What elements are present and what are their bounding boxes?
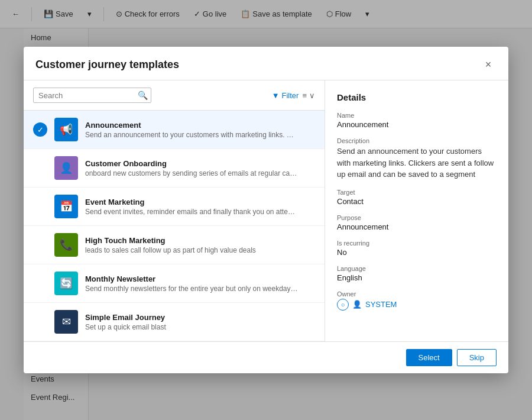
detail-name-value: Announcement (337, 120, 497, 129)
detail-recurring-label: Is recurring (337, 240, 497, 247)
select-button[interactable]: Select (406, 349, 452, 366)
template-name-monthly-newsletter: Monthly Newsletter (85, 274, 315, 283)
selected-check-icon: ✓ (33, 122, 47, 137)
template-desc-monthly-newsletter: Send monthly newsletters for the entire … (85, 285, 298, 293)
template-name-announcement: Announcement (85, 121, 315, 130)
detail-name: Name Announcement (337, 112, 497, 129)
left-panel: 🔍 ▼ Filter ≡ ∨ ✓ 📢 (24, 80, 325, 341)
detail-language-value: English (337, 273, 497, 282)
template-info-high-touch: High Touch Marketing leads to sales call… (85, 236, 315, 254)
template-item-announcement[interactable]: ✓ 📢 Announcement Send an announcement to… (24, 111, 325, 149)
template-list: ✓ 📢 Announcement Send an announcement to… (24, 111, 325, 341)
template-item-simple-email[interactable]: ✉ Simple Email Journey Set up a quick em… (24, 303, 325, 341)
search-input-wrap[interactable]: 🔍 (33, 88, 151, 103)
view-toggle[interactable]: ≡ ∨ (302, 91, 315, 100)
expand-icon: ∨ (309, 91, 315, 100)
modal-body: 🔍 ▼ Filter ≡ ∨ ✓ 📢 (24, 80, 508, 341)
template-item-high-touch[interactable]: 📞 High Touch Marketing leads to sales ca… (24, 226, 325, 264)
search-input[interactable] (38, 91, 138, 100)
detail-owner: Owner ○ 👤 SYSTEM (337, 290, 497, 311)
detail-description-value: Send an announcement to your customers w… (337, 146, 497, 180)
template-desc-event-marketing: Send event invites, reminder emails and … (85, 208, 298, 216)
template-info-monthly-newsletter: Monthly Newsletter Send monthly newslett… (85, 274, 315, 293)
modal-header: Customer journey templates × (24, 47, 508, 80)
detail-target: Target Contact (337, 189, 497, 206)
detail-target-label: Target (337, 189, 497, 196)
owner-name: SYSTEM (365, 300, 397, 309)
template-item-customer-onboarding[interactable]: 👤 Customer Onboarding onboard new custom… (24, 149, 325, 188)
template-icon-high-touch: 📞 (54, 233, 78, 257)
template-desc-announcement: Send an announcement to your customers w… (85, 131, 298, 139)
detail-owner-label: Owner (337, 290, 497, 298)
modal-close-button[interactable]: × (480, 56, 497, 73)
template-item-event-marketing[interactable]: 📅 Event Marketing Send event invites, re… (24, 188, 325, 226)
detail-purpose: Purpose Announcement (337, 214, 497, 231)
detail-name-label: Name (337, 112, 497, 119)
template-icon-monthly-newsletter: 🔄 (54, 272, 78, 295)
filter-button[interactable]: ▼ Filter (272, 91, 299, 100)
template-name-customer-onboarding: Customer Onboarding (85, 159, 315, 168)
search-icon: 🔍 (138, 91, 148, 100)
template-icon-event-marketing: 📅 (54, 195, 78, 218)
filter-icon: ▼ (272, 91, 280, 100)
owner-icon: ○ (337, 299, 349, 311)
detail-purpose-label: Purpose (337, 214, 497, 221)
template-info-event-marketing: Event Marketing Send event invites, remi… (85, 198, 315, 216)
template-icon-announcement: 📢 (54, 118, 78, 141)
modal-title: Customer journey templates (35, 59, 179, 71)
template-desc-customer-onboarding: onboard new customers by sending series … (85, 169, 298, 177)
detail-purpose-value: Announcement (337, 222, 497, 231)
template-info-simple-email: Simple Email Journey Set up a quick emai… (85, 313, 315, 331)
search-bar: 🔍 ▼ Filter ≡ ∨ (24, 80, 325, 111)
detail-description: Description Send an announcement to your… (337, 137, 497, 180)
detail-recurring-value: No (337, 248, 497, 257)
template-icon-customer-onboarding: 👤 (54, 156, 78, 180)
filter-area: ▼ Filter ≡ ∨ (272, 91, 315, 100)
detail-language-label: Language (337, 265, 497, 272)
template-info-customer-onboarding: Customer Onboarding onboard new customer… (85, 159, 315, 177)
list-view-icon: ≡ (302, 91, 307, 100)
detail-description-label: Description (337, 137, 497, 144)
template-desc-high-touch: leads to sales call follow up as part of… (85, 246, 298, 254)
template-name-simple-email: Simple Email Journey (85, 313, 315, 322)
template-icon-simple-email: ✉ (54, 310, 78, 334)
detail-target-value: Contact (337, 197, 497, 206)
template-name-high-touch: High Touch Marketing (85, 236, 315, 245)
details-title: Details (337, 92, 497, 102)
template-info-announcement: Announcement Send an announcement to you… (85, 121, 315, 139)
skip-button[interactable]: Skip (457, 349, 497, 366)
template-desc-simple-email: Set up a quick email blast (85, 323, 298, 331)
owner-wrap: ○ 👤 SYSTEM (337, 299, 497, 311)
template-item-monthly-newsletter[interactable]: 🔄 Monthly Newsletter Send monthly newsle… (24, 264, 325, 303)
template-name-event-marketing: Event Marketing (85, 198, 315, 206)
detail-recurring: Is recurring No (337, 240, 497, 257)
modal-footer: Select Skip (24, 341, 508, 373)
right-panel: Details Name Announcement Description Se… (325, 80, 508, 341)
detail-language: Language English (337, 265, 497, 282)
customer-journey-modal: Customer journey templates × 🔍 ▼ Filter … (24, 47, 508, 373)
owner-person-icon: 👤 (352, 300, 362, 309)
